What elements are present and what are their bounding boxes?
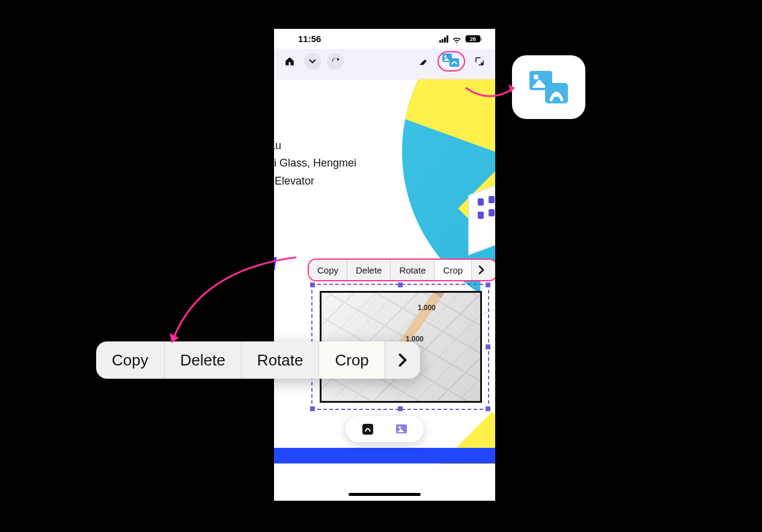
svg-point-5 — [398, 426, 401, 429]
chevron-right-icon — [478, 265, 485, 275]
context-menu-more[interactable] — [472, 260, 491, 280]
svg-point-7 — [534, 75, 538, 79]
editor-toolbar — [274, 49, 495, 79]
image-context-menu: Copy Delete Rotate Crop — [308, 258, 495, 281]
svg-point-1 — [444, 55, 447, 58]
resize-handle[interactable] — [486, 344, 490, 349]
context-menu-delete[interactable]: Delete — [165, 341, 242, 379]
dropdown-button[interactable] — [304, 53, 321, 70]
status-right-cluster: 26 — [439, 35, 481, 43]
highlighter-button[interactable] — [415, 53, 431, 70]
battery-icon: 26 — [465, 35, 481, 43]
wifi-icon — [452, 35, 462, 43]
resize-handle[interactable] — [398, 406, 403, 411]
insert-tool-pill — [346, 416, 424, 442]
cellular-signal-icon — [439, 35, 448, 43]
phone-mockup: 11:56 26 — [274, 29, 495, 501]
resize-handle[interactable] — [486, 283, 490, 287]
context-menu-delete[interactable]: Delete — [347, 260, 391, 280]
status-bar: 11:56 26 — [274, 29, 495, 49]
context-menu-callout-enlarged: Copy Delete Rotate Crop — [96, 341, 420, 379]
image-text-edit-icon — [528, 70, 569, 105]
resize-handle[interactable] — [486, 406, 490, 411]
context-menu-crop[interactable]: Crop — [319, 341, 385, 379]
image-annotation-text: 1.000 — [418, 304, 436, 312]
text-tool-button[interactable] — [361, 422, 375, 436]
resize-handle[interactable] — [310, 283, 315, 287]
document-canvas[interactable]: gn y Ku ngli Glass, Hengmei ao Elevator … — [274, 79, 495, 464]
image-tool-button[interactable] — [394, 422, 409, 436]
context-menu-copy[interactable]: Copy — [96, 341, 165, 379]
context-menu-rotate[interactable]: Rotate — [391, 260, 434, 280]
home-indicator[interactable] — [349, 493, 421, 496]
chevron-right-icon — [397, 352, 408, 368]
resize-handle[interactable] — [310, 406, 315, 411]
context-menu-crop[interactable]: Crop — [435, 260, 472, 280]
redo-button[interactable] — [327, 53, 344, 70]
doc-section-title: le d — [274, 254, 276, 274]
resize-handle[interactable] — [398, 283, 403, 287]
edit-mode-button-highlighted[interactable] — [437, 51, 465, 72]
bottom-blue-strip — [274, 448, 495, 463]
context-menu-copy[interactable]: Copy — [309, 260, 347, 280]
select-tool-button[interactable] — [471, 53, 488, 70]
edit-mode-icon-callout — [512, 55, 585, 119]
context-menu-more[interactable] — [385, 341, 420, 379]
status-time: 11:56 — [298, 34, 321, 44]
context-menu-rotate[interactable]: Rotate — [242, 341, 320, 379]
home-button[interactable] — [281, 53, 298, 70]
